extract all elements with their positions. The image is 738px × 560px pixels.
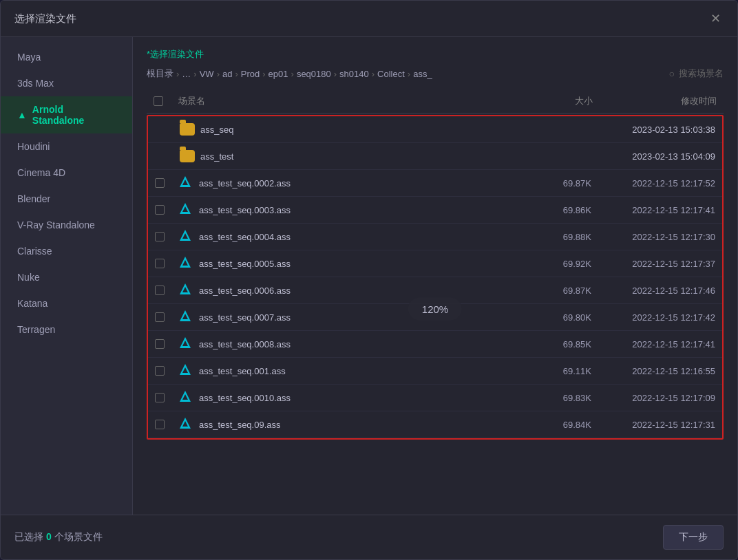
selection-info: 已选择 0 个场景文件 [14,531,103,543]
arnold-file-icon [180,176,193,190]
folder-name: ass_test [200,151,529,162]
folder-icon [180,123,195,136]
sidebar-item-arnold-standalone[interactable]: ▲Arnold Standalone [1,96,132,133]
sidebar-item-maya[interactable]: Maya [1,44,132,70]
file-time: 2022-12-15 12:17:31 [591,420,715,430]
file-name: ass_test_seq.0007.ass [199,312,529,323]
sidebar-item-nuke[interactable]: Nuke [1,264,132,290]
file-time: 2022-12-15 12:17:37 [591,259,715,269]
file-time: 2022-12-15 12:17:42 [591,312,715,323]
sidebar-item-cinema4d[interactable]: Cinema 4D [1,160,132,186]
sidebar-item-3dsmax[interactable]: 3ds Max [1,70,132,96]
arnold-file-icon [180,257,193,270]
file-size: 69.87K [529,178,591,189]
arnold-sidebar-icon: ▲ [17,109,27,120]
dialog-body: Maya3ds Max▲Arnold StandaloneHoudiniCine… [1,37,737,515]
file-checkbox[interactable] [155,420,165,429]
dialog-title: 选择渲染文件 [14,12,76,25]
file-checkbox[interactable] [155,393,165,402]
header-name: 场景名 [178,95,531,107]
table-row[interactable]: ass_test_seq.0010.ass 69.83K 2022-12-15 … [148,385,722,411]
file-size: 69.84K [529,420,591,430]
folder-time: 2023-02-13 15:04:09 [591,151,715,162]
file-checkbox[interactable] [155,178,165,188]
breadcrumb-ellipsis[interactable]: … [182,69,191,79]
table-row[interactable]: ass_test_seq.001.ass 69.11K 2022-12-15 1… [148,358,722,385]
file-checkbox[interactable] [155,339,165,349]
sidebar-item-clarisse[interactable]: Clarisse [1,238,132,264]
sidebar-item-houdini[interactable]: Houdini [1,133,132,160]
table-row[interactable]: ass_test_seq.0007.ass 69.80K 2022-12-15 … [148,304,722,331]
sidebar-item-label: 3ds Max [17,78,54,89]
breadcrumb-ass[interactable]: ass_ [413,69,432,79]
sidebar-item-terragen[interactable]: Terragen [1,316,132,343]
folder-row[interactable]: ass_test 2023-02-13 15:04:09 [148,143,722,170]
file-checkbox-col [155,232,180,241]
sidebar-item-label: Arnold Standalone [32,104,116,126]
breadcrumb-prod[interactable]: Prod [241,69,260,79]
file-size: 69.88K [529,232,591,242]
file-checkbox-col [155,312,180,322]
selection-count: 0 [46,531,52,542]
table-row[interactable]: ass_test_seq.0002.ass 69.87K 2022-12-15 … [148,170,722,197]
folder-name: ass_seq [200,125,529,135]
file-name: ass_test_seq.0006.ass [199,286,529,296]
next-button[interactable]: 下一步 [663,525,724,550]
table-row[interactable]: ass_test_seq.0008.ass 69.85K 2022-12-15 … [148,331,722,358]
sidebar-item-label: Terragen [17,324,55,335]
sidebar-item-label: Houdini [17,141,50,152]
sidebar-item-katana[interactable]: Katana [1,290,132,316]
section-label: *选择渲染文件 [147,48,724,61]
file-checkbox[interactable] [155,312,165,322]
header-time: 修改时间 [593,95,717,107]
file-checkbox-col [155,259,180,268]
file-checkbox[interactable] [155,205,165,215]
search-box[interactable]: ○ 搜索场景名 [669,67,724,80]
table-row[interactable]: ass_test_seq.0004.ass 69.88K 2022-12-15 … [148,224,722,250]
breadcrumb-vw[interactable]: VW [200,69,214,79]
table-row[interactable]: ass_test_seq.09.ass 69.84K 2022-12-15 12… [148,411,722,438]
close-button[interactable]: ✕ [707,10,724,27]
table-row[interactable]: ass_test_seq.0003.ass 69.86K 2022-12-15 … [148,197,722,224]
file-checkbox[interactable] [155,286,165,295]
sidebar-item-blender[interactable]: Blender [1,186,132,212]
arnold-file-icon [180,283,193,297]
file-checkbox-col [155,393,180,402]
file-checkbox-col [155,339,180,349]
breadcrumb-collect[interactable]: Collect [377,69,405,79]
sidebar-item-label: V-Ray Standalone [17,219,95,230]
select-all-checkbox[interactable] [154,96,163,106]
file-checkbox[interactable] [155,232,165,241]
breadcrumb-root[interactable]: 根目录 [147,67,173,80]
file-name: ass_test_seq.0010.ass [199,393,529,403]
select-render-file-dialog: 选择渲染文件 ✕ Maya3ds Max▲Arnold StandaloneHo… [0,0,738,560]
file-list-inner: ass_seq 2023-02-13 15:03:38 ass_test 202… [147,115,724,440]
breadcrumb-sh0140[interactable]: sh0140 [339,69,369,79]
file-time: 2022-12-15 12:17:30 [591,232,715,242]
file-checkbox[interactable] [155,366,165,376]
bottom-bar: 已选择 0 个场景文件 下一步 [1,515,737,559]
folder-icon [180,150,195,162]
file-size: 69.11K [529,366,591,376]
breadcrumb-ad[interactable]: ad [222,69,232,79]
table-row[interactable]: ass_test_seq.0005.ass 69.92K 2022-12-15 … [148,250,722,277]
file-size: 69.80K [529,312,591,323]
breadcrumb-seq0180[interactable]: seq0180 [297,69,331,79]
sidebar-item-vray-standalone[interactable]: V-Ray Standalone [1,212,132,238]
arnold-file-icon [180,337,193,351]
sidebar-item-label: Cinema 4D [17,167,65,178]
table-row[interactable]: ass_test_seq.0006.ass 69.87K 2022-12-15 … [148,277,722,304]
arnold-file-icon [180,310,193,324]
folder-row[interactable]: ass_seq 2023-02-13 15:03:38 [148,116,722,143]
file-size: 69.83K [529,393,591,403]
file-checkbox-col [155,366,180,376]
breadcrumb-ep01[interactable]: ep01 [268,69,288,79]
file-time: 2022-12-15 12:17:52 [591,178,715,189]
file-time: 2022-12-15 12:16:55 [591,366,715,376]
breadcrumb: 根目录 › … › VW › ad › Prod › ep01 › seq018… [147,67,724,80]
breadcrumb-path: 根目录 › … › VW › ad › Prod › ep01 › seq018… [147,67,432,80]
file-checkbox[interactable] [155,259,165,268]
file-time: 2022-12-15 12:17:09 [591,393,715,403]
table-header: 场景名 大小 修改时间 [147,89,724,114]
folder-time: 2023-02-13 15:03:38 [591,125,715,135]
